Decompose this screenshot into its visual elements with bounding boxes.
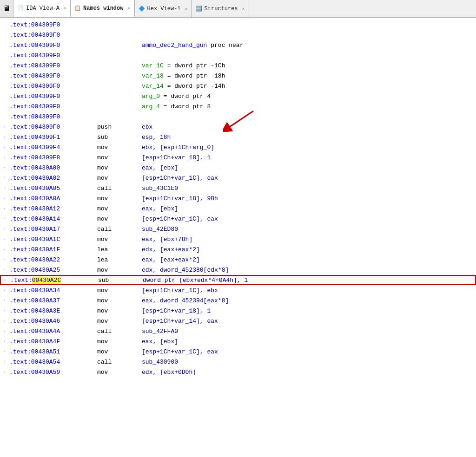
addr-var14: .text:004309F0 (7, 83, 93, 90)
addr-push: .text:004309F0 (7, 124, 93, 131)
dot-mov-78h: · (1, 236, 7, 242)
instr-lea-eax: lea (93, 256, 140, 263)
code-line-4: .text:004309F0 (0, 50, 476, 60)
tab-hex-view[interactable]: 🔷 Hex View-1 ✕ (135, 0, 192, 17)
instr-mov-ebx2: mov (93, 287, 140, 294)
code-line-mov-var18-1: · .text:00430A3E mov [esp+1Ch+var_18], 1 (0, 306, 476, 316)
var-name-arg0: arg_0 (142, 93, 160, 100)
addr-arg0: .text:004309F0 (7, 93, 93, 100)
addr-mov-eax2: .text:00430A12 (7, 205, 93, 212)
code-view[interactable]: .text:004309F0 .text:004309F0 .text:0043… (0, 18, 476, 457)
instr-mov-ebx: mov (93, 144, 140, 151)
names-window-icon: 📋 (74, 5, 81, 11)
instr-push: push (93, 124, 140, 131)
operands-var14: var_14 = dword ptr -14h (140, 83, 475, 90)
operands-var1c: var_1C = dword ptr -1Ch (140, 62, 475, 69)
operands-call-430900: sub_430900 (140, 359, 475, 366)
code-line-mov-var14: · .text:00430A46 mov [esp+1Ch+var_14], e… (0, 316, 476, 326)
code-line-mov-ebx2: · .text:00430A34 mov [esp+1Ch+var_1C], e… (0, 285, 476, 295)
addr-mov-452380: .text:00430A25 (7, 267, 93, 274)
operands-mov-var18: [esp+1Ch+var_18], 1 (140, 154, 475, 161)
instr-call-43c1e0: call (93, 185, 140, 192)
operands-mov-ebx: ebx, [esp+1Ch+arg_0] (140, 144, 475, 151)
code-line-mov-78h: · .text:00430A1C mov eax, [ebx+78h] (0, 234, 476, 244)
addr-mov-var1c2: .text:00430A14 (7, 215, 93, 222)
dot-mov-var18: · (1, 155, 7, 160)
addr-call-430900: .text:00430A54 (7, 359, 93, 366)
structures-icon: 🔤 (196, 6, 202, 12)
code-line-mov-var1c3: · .text:00430A51 mov [esp+1Ch+var_1C], e… (0, 346, 476, 357)
operands-3: ammo_dec2_hand_gun proc near (140, 42, 475, 49)
instr-mov-var18-1: mov (93, 307, 140, 314)
code-line-mov-eax-ebx: · .text:00430A00 mov eax, [ebx] (0, 163, 476, 173)
tab-structures-close[interactable]: ✕ (242, 6, 245, 12)
var-name-18: var_18 (142, 72, 164, 79)
tab-structures[interactable]: 🔤 Structures ✕ (192, 0, 249, 17)
code-line-call-430900: · .text:00430A54 call sub_430900 (0, 357, 476, 367)
code-line-var14: .text:004309F0 var_14 = dword ptr -14h (0, 81, 476, 91)
addr-mov-9bh: .text:00430A0A (7, 195, 93, 202)
code-line-lea-edx: · .text:00430A1F lea edx, [eax+eax*2] (0, 244, 476, 255)
tab-bar: 🖥 📄 IDA View-A ✕ 📋 Names window ✕ 🔷 Hex … (0, 0, 476, 18)
code-line-arg0: .text:004309F0 arg_0 = dword ptr 4 (0, 91, 476, 101)
addr-4: .text:004309F0 (7, 52, 93, 59)
code-line-highlighted: · .text:00430A2C sub dword ptr [ebx+edx*… (0, 275, 476, 285)
ida-view-icon: 📄 (17, 5, 24, 11)
code-line-var1c: .text:004309F0 var_1C = dword ptr -1Ch (0, 60, 476, 71)
instr-call-42ffa0: call (93, 328, 140, 335)
addr-2: .text:004309F0 (7, 32, 93, 39)
code-line-mov-eax3: · .text:00430A4F mov eax, [ebx] (0, 336, 476, 346)
dot-mov-9bh: · (1, 196, 7, 201)
tab-names-window[interactable]: 📋 Names window ✕ (71, 0, 134, 17)
operands-mov-var14: [esp+1Ch+var_14], eax (140, 318, 475, 325)
addr-lea-edx: .text:00430A1F (7, 246, 93, 253)
operands-mov-eax-ebx: eax, [ebx] (140, 164, 475, 171)
tab-ida-view-label: IDA View-A (26, 5, 60, 12)
addr-mov-var1c3: .text:00430A51 (7, 348, 93, 355)
dot-call-430900: · (1, 359, 7, 365)
code-line-mov-var1c: · .text:00430A02 mov [esp+1Ch+var_1C], e… (0, 173, 476, 183)
dot-mov-eax2: · (1, 206, 7, 211)
addr-var18: .text:004309F0 (7, 72, 93, 79)
instr-mov-var1c: mov (93, 175, 140, 182)
operands-mov-var1c: [esp+1Ch+var_1C], eax (140, 175, 475, 182)
code-line-mov-452380: · .text:00430A25 mov edx, dword_452380[e… (0, 265, 476, 275)
operands-highlighted: dword ptr [ebx+edx*4+0A4h], 1 (141, 277, 474, 284)
dot-lea-eax: · (1, 257, 7, 262)
instr-mov-0d0h: mov (93, 369, 140, 376)
operands-arg0: arg_0 = dword ptr 4 (140, 93, 475, 100)
addr-3: .text:004309F0 (7, 42, 93, 49)
addr-mov-ebx2: .text:00430A34 (7, 287, 93, 294)
operands-var18: var_18 = dword ptr -18h (140, 72, 475, 79)
func-name: ammo_dec2_hand_gun (142, 42, 207, 49)
tab-hex-view-close[interactable]: ✕ (185, 6, 188, 12)
instr-highlighted: sub (94, 277, 141, 284)
addr-arg4: .text:004309F0 (7, 103, 93, 110)
operands-call-42ed80: sub_42ED80 (140, 226, 475, 233)
addr-mov-eax-ebx: .text:00430A00 (7, 164, 93, 171)
tab-names-window-label: Names window (83, 5, 123, 12)
dot-call-42ffa0: · (1, 328, 7, 334)
instr-mov-eax3: mov (93, 338, 140, 345)
operands-arg4: arg_4 = dword ptr 8 (140, 103, 475, 110)
dot-mov-var18-1: · (1, 308, 7, 313)
addr-mov-ebx: .text:004309F4 (7, 144, 93, 151)
operands-mov-var18-1: [esp+1Ch+var_18], 1 (140, 307, 475, 314)
instr-mov-var1c2: mov (93, 215, 140, 222)
tab-names-window-close[interactable]: ✕ (127, 6, 130, 11)
tab-ida-view-close[interactable]: ✕ (64, 6, 66, 11)
dot-mov-var1c3: · (1, 349, 7, 354)
dot-mov-452394: · (1, 298, 7, 303)
hex-view-icon: 🔷 (139, 6, 145, 12)
tab-ida-view[interactable]: 📄 IDA View-A ✕ (13, 0, 71, 17)
dot-call-43c1e0: · (1, 185, 7, 191)
code-line-lea-eax: · .text:00430A22 lea eax, [eax+eax*2] (0, 255, 476, 265)
operands-mov-452380: edx, dword_452380[edx*8] (140, 267, 475, 274)
operands-sub-esp: esp, 18h (140, 134, 475, 141)
instr-mov-eax2: mov (93, 205, 140, 212)
addr-mov-var18: .text:004309F8 (7, 154, 93, 161)
operands-mov-452394: eax, dword_452394[eax*8] (140, 297, 475, 304)
dot-mov-eax-ebx: · (1, 165, 7, 170)
dot-sub-esp: · (1, 134, 7, 140)
code-line-mov-var18: · .text:004309F8 mov [esp+1Ch+var_18], 1 (0, 152, 476, 163)
